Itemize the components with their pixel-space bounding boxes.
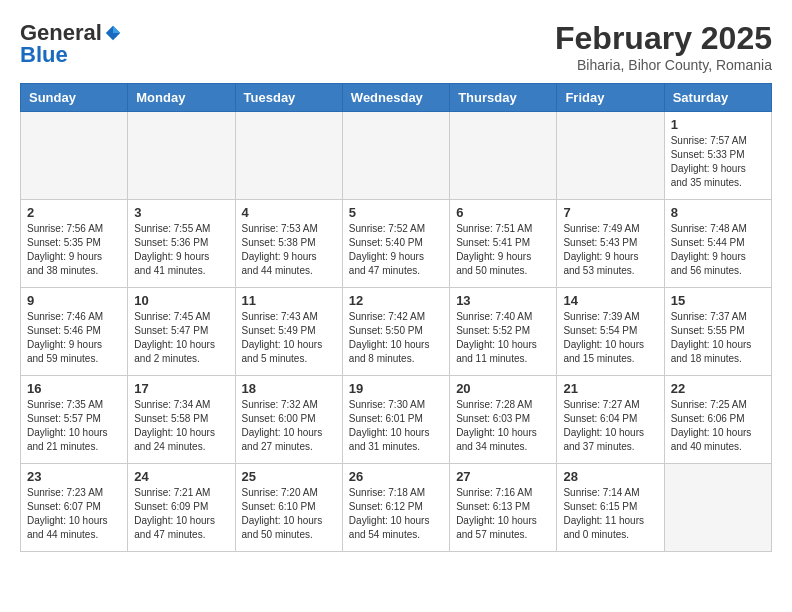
logo-blue: Blue (20, 42, 68, 68)
day-cell-w2-d6: 7Sunrise: 7:49 AM Sunset: 5:43 PM Daylig… (557, 200, 664, 288)
day-number-w1-d7: 1 (671, 117, 765, 132)
day-number-w3-d6: 14 (563, 293, 657, 308)
day-number-w3-d7: 15 (671, 293, 765, 308)
day-cell-w5-d3: 25Sunrise: 7:20 AM Sunset: 6:10 PM Dayli… (235, 464, 342, 552)
day-info-w3-d4: Sunrise: 7:42 AM Sunset: 5:50 PM Dayligh… (349, 310, 443, 366)
location-subtitle: Biharia, Bihor County, Romania (555, 57, 772, 73)
day-cell-w4-d3: 18Sunrise: 7:32 AM Sunset: 6:00 PM Dayli… (235, 376, 342, 464)
day-number-w5-d1: 23 (27, 469, 121, 484)
day-info-w5-d1: Sunrise: 7:23 AM Sunset: 6:07 PM Dayligh… (27, 486, 121, 542)
day-number-w3-d1: 9 (27, 293, 121, 308)
day-cell-w1-d3 (235, 112, 342, 200)
day-number-w4-d4: 19 (349, 381, 443, 396)
day-number-w5-d2: 24 (134, 469, 228, 484)
day-cell-w3-d2: 10Sunrise: 7:45 AM Sunset: 5:47 PM Dayli… (128, 288, 235, 376)
day-info-w3-d1: Sunrise: 7:46 AM Sunset: 5:46 PM Dayligh… (27, 310, 121, 366)
day-number-w2-d2: 3 (134, 205, 228, 220)
week-row-2: 2Sunrise: 7:56 AM Sunset: 5:35 PM Daylig… (21, 200, 772, 288)
col-tuesday: Tuesday (235, 84, 342, 112)
day-number-w2-d4: 5 (349, 205, 443, 220)
day-info-w5-d5: Sunrise: 7:16 AM Sunset: 6:13 PM Dayligh… (456, 486, 550, 542)
week-row-3: 9Sunrise: 7:46 AM Sunset: 5:46 PM Daylig… (21, 288, 772, 376)
day-number-w3-d2: 10 (134, 293, 228, 308)
day-cell-w1-d1 (21, 112, 128, 200)
col-saturday: Saturday (664, 84, 771, 112)
col-wednesday: Wednesday (342, 84, 449, 112)
day-number-w3-d3: 11 (242, 293, 336, 308)
day-info-w4-d5: Sunrise: 7:28 AM Sunset: 6:03 PM Dayligh… (456, 398, 550, 454)
day-number-w4-d3: 18 (242, 381, 336, 396)
svg-marker-1 (113, 26, 120, 33)
week-row-5: 23Sunrise: 7:23 AM Sunset: 6:07 PM Dayli… (21, 464, 772, 552)
day-number-w5-d3: 25 (242, 469, 336, 484)
day-number-w2-d1: 2 (27, 205, 121, 220)
page-header: General Blue February 2025 Biharia, Biho… (20, 20, 772, 73)
day-number-w2-d3: 4 (242, 205, 336, 220)
day-number-w5-d6: 28 (563, 469, 657, 484)
day-cell-w4-d6: 21Sunrise: 7:27 AM Sunset: 6:04 PM Dayli… (557, 376, 664, 464)
day-cell-w3-d5: 13Sunrise: 7:40 AM Sunset: 5:52 PM Dayli… (450, 288, 557, 376)
day-info-w4-d7: Sunrise: 7:25 AM Sunset: 6:06 PM Dayligh… (671, 398, 765, 454)
day-number-w4-d6: 21 (563, 381, 657, 396)
title-block: February 2025 Biharia, Bihor County, Rom… (555, 20, 772, 73)
day-cell-w4-d2: 17Sunrise: 7:34 AM Sunset: 5:58 PM Dayli… (128, 376, 235, 464)
day-cell-w5-d4: 26Sunrise: 7:18 AM Sunset: 6:12 PM Dayli… (342, 464, 449, 552)
week-row-1: 1Sunrise: 7:57 AM Sunset: 5:33 PM Daylig… (21, 112, 772, 200)
day-info-w3-d7: Sunrise: 7:37 AM Sunset: 5:55 PM Dayligh… (671, 310, 765, 366)
logo-icon (104, 24, 122, 42)
day-cell-w2-d7: 8Sunrise: 7:48 AM Sunset: 5:44 PM Daylig… (664, 200, 771, 288)
col-sunday: Sunday (21, 84, 128, 112)
day-cell-w4-d1: 16Sunrise: 7:35 AM Sunset: 5:57 PM Dayli… (21, 376, 128, 464)
day-cell-w2-d1: 2Sunrise: 7:56 AM Sunset: 5:35 PM Daylig… (21, 200, 128, 288)
col-monday: Monday (128, 84, 235, 112)
day-number-w2-d6: 7 (563, 205, 657, 220)
day-number-w2-d5: 6 (456, 205, 550, 220)
day-info-w5-d3: Sunrise: 7:20 AM Sunset: 6:10 PM Dayligh… (242, 486, 336, 542)
day-cell-w1-d5 (450, 112, 557, 200)
day-cell-w5-d2: 24Sunrise: 7:21 AM Sunset: 6:09 PM Dayli… (128, 464, 235, 552)
day-info-w4-d4: Sunrise: 7:30 AM Sunset: 6:01 PM Dayligh… (349, 398, 443, 454)
day-cell-w4-d5: 20Sunrise: 7:28 AM Sunset: 6:03 PM Dayli… (450, 376, 557, 464)
day-number-w3-d5: 13 (456, 293, 550, 308)
day-cell-w1-d2 (128, 112, 235, 200)
day-cell-w3-d3: 11Sunrise: 7:43 AM Sunset: 5:49 PM Dayli… (235, 288, 342, 376)
day-cell-w3-d7: 15Sunrise: 7:37 AM Sunset: 5:55 PM Dayli… (664, 288, 771, 376)
day-info-w3-d5: Sunrise: 7:40 AM Sunset: 5:52 PM Dayligh… (456, 310, 550, 366)
day-cell-w4-d4: 19Sunrise: 7:30 AM Sunset: 6:01 PM Dayli… (342, 376, 449, 464)
day-cell-w5-d7 (664, 464, 771, 552)
day-info-w2-d2: Sunrise: 7:55 AM Sunset: 5:36 PM Dayligh… (134, 222, 228, 278)
day-info-w3-d6: Sunrise: 7:39 AM Sunset: 5:54 PM Dayligh… (563, 310, 657, 366)
week-row-4: 16Sunrise: 7:35 AM Sunset: 5:57 PM Dayli… (21, 376, 772, 464)
day-number-w4-d2: 17 (134, 381, 228, 396)
day-cell-w5-d5: 27Sunrise: 7:16 AM Sunset: 6:13 PM Dayli… (450, 464, 557, 552)
day-number-w4-d1: 16 (27, 381, 121, 396)
day-info-w5-d2: Sunrise: 7:21 AM Sunset: 6:09 PM Dayligh… (134, 486, 228, 542)
day-cell-w3-d4: 12Sunrise: 7:42 AM Sunset: 5:50 PM Dayli… (342, 288, 449, 376)
day-info-w1-d7: Sunrise: 7:57 AM Sunset: 5:33 PM Dayligh… (671, 134, 765, 190)
day-info-w5-d6: Sunrise: 7:14 AM Sunset: 6:15 PM Dayligh… (563, 486, 657, 542)
day-cell-w3-d1: 9Sunrise: 7:46 AM Sunset: 5:46 PM Daylig… (21, 288, 128, 376)
day-cell-w4-d7: 22Sunrise: 7:25 AM Sunset: 6:06 PM Dayli… (664, 376, 771, 464)
day-info-w5-d4: Sunrise: 7:18 AM Sunset: 6:12 PM Dayligh… (349, 486, 443, 542)
day-cell-w1-d6 (557, 112, 664, 200)
day-cell-w3-d6: 14Sunrise: 7:39 AM Sunset: 5:54 PM Dayli… (557, 288, 664, 376)
day-info-w3-d3: Sunrise: 7:43 AM Sunset: 5:49 PM Dayligh… (242, 310, 336, 366)
calendar-header-row: Sunday Monday Tuesday Wednesday Thursday… (21, 84, 772, 112)
day-info-w2-d3: Sunrise: 7:53 AM Sunset: 5:38 PM Dayligh… (242, 222, 336, 278)
day-info-w4-d3: Sunrise: 7:32 AM Sunset: 6:00 PM Dayligh… (242, 398, 336, 454)
day-info-w4-d1: Sunrise: 7:35 AM Sunset: 5:57 PM Dayligh… (27, 398, 121, 454)
day-info-w2-d5: Sunrise: 7:51 AM Sunset: 5:41 PM Dayligh… (456, 222, 550, 278)
day-number-w3-d4: 12 (349, 293, 443, 308)
day-number-w4-d5: 20 (456, 381, 550, 396)
day-info-w3-d2: Sunrise: 7:45 AM Sunset: 5:47 PM Dayligh… (134, 310, 228, 366)
day-info-w4-d6: Sunrise: 7:27 AM Sunset: 6:04 PM Dayligh… (563, 398, 657, 454)
day-info-w2-d4: Sunrise: 7:52 AM Sunset: 5:40 PM Dayligh… (349, 222, 443, 278)
day-cell-w2-d2: 3Sunrise: 7:55 AM Sunset: 5:36 PM Daylig… (128, 200, 235, 288)
day-cell-w1-d4 (342, 112, 449, 200)
day-cell-w5-d1: 23Sunrise: 7:23 AM Sunset: 6:07 PM Dayli… (21, 464, 128, 552)
day-cell-w2-d4: 5Sunrise: 7:52 AM Sunset: 5:40 PM Daylig… (342, 200, 449, 288)
day-cell-w2-d5: 6Sunrise: 7:51 AM Sunset: 5:41 PM Daylig… (450, 200, 557, 288)
day-number-w4-d7: 22 (671, 381, 765, 396)
day-number-w5-d4: 26 (349, 469, 443, 484)
calendar-table: Sunday Monday Tuesday Wednesday Thursday… (20, 83, 772, 552)
